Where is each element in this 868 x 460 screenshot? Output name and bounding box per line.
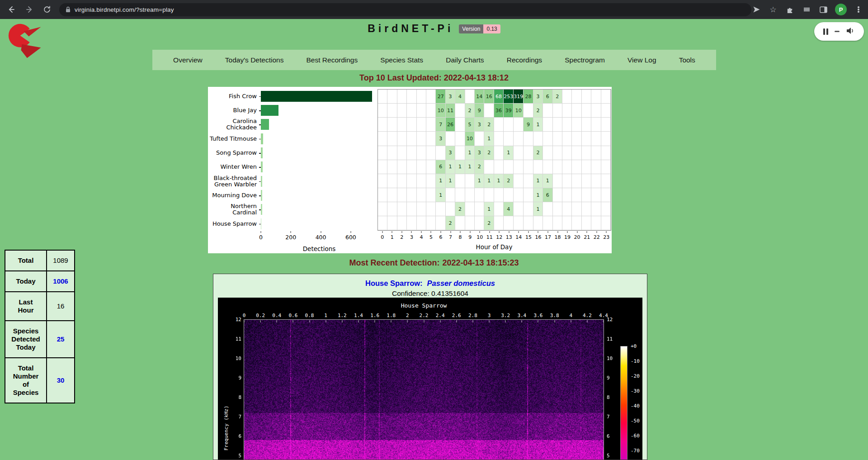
species-common-name-link[interactable]: House Sparrow: xyxy=(365,279,423,287)
heatmap-cell xyxy=(562,118,572,132)
stats-value-total-number-of-species[interactable]: 30 xyxy=(47,358,75,403)
stats-label-last-hour: Last Hour xyxy=(5,292,47,321)
heatmap-cell: 11 xyxy=(446,104,455,118)
heatmap-cell xyxy=(475,188,484,202)
nav-item-species-stats[interactable]: Species Stats xyxy=(378,56,425,64)
tick-mark xyxy=(499,231,500,233)
heatmap-cell xyxy=(387,160,397,174)
hour-tick-label: 8 xyxy=(459,234,462,240)
reading-list-icon[interactable] xyxy=(802,5,811,14)
hour-tick-label: 22 xyxy=(594,234,600,240)
heatmap-cell: 2 xyxy=(553,90,562,104)
browser-menu-kebab-icon[interactable] xyxy=(854,5,863,14)
nav-item-recordings[interactable]: Recordings xyxy=(505,56,544,64)
extensions-puzzle-icon[interactable] xyxy=(785,5,795,14)
heatmap-cell: 4 xyxy=(504,202,514,216)
nav-item-view-log[interactable]: View Log xyxy=(626,56,658,64)
species-scientific-name-link[interactable]: Passer domesticus xyxy=(427,279,495,287)
heatmap-cell: 1 xyxy=(533,188,543,202)
hour-tick-label: 11 xyxy=(486,234,493,240)
nav-item-best-recordings[interactable]: Best Recordings xyxy=(305,56,360,64)
detection-bar-fish-crow xyxy=(261,91,372,102)
heatmap-cell xyxy=(426,216,436,230)
browser-forward-icon[interactable] xyxy=(23,3,36,16)
heatmap-cell xyxy=(524,202,533,216)
heatmap-cell xyxy=(562,146,572,160)
spectrogram-x-tick: 1.8 xyxy=(387,313,396,318)
tick-mark xyxy=(606,231,607,233)
heatmap-cell xyxy=(397,188,407,202)
heatmap-cell xyxy=(562,160,572,174)
send-icon[interactable] xyxy=(751,5,761,14)
heatmap-cell: 5 xyxy=(465,118,475,132)
nav-item-overview[interactable]: Overview xyxy=(171,56,204,64)
spectrogram-y-tick: 8 xyxy=(607,394,618,400)
row-label-blue-jay: Blue Jay xyxy=(208,103,258,117)
address-bar[interactable]: virginia.birdnetpi.com/?stream=play xyxy=(59,3,751,16)
nav-item-today-s-detections[interactable]: Today's Detections xyxy=(223,56,286,64)
nav-item-daily-charts[interactable]: Daily Charts xyxy=(444,56,486,64)
browser-back-icon[interactable] xyxy=(5,3,18,16)
heatmap-cell xyxy=(514,174,524,188)
tick-mark xyxy=(567,231,568,233)
heatmap-cell xyxy=(455,188,465,202)
pause-icon[interactable] xyxy=(823,28,829,35)
heatmap-cell xyxy=(417,90,426,104)
tick-mark xyxy=(480,231,480,233)
heatmap-cell xyxy=(387,188,397,202)
spectrogram-y-tick: 5 xyxy=(607,453,618,459)
heatmap-cell xyxy=(582,118,591,132)
hour-tick-label: 3 xyxy=(410,234,413,240)
recent-label: Most Recent Detection: xyxy=(349,258,439,267)
detections-axis-label: Detections xyxy=(303,245,336,252)
volume-icon[interactable] xyxy=(846,27,855,36)
hour-tick-label: 1 xyxy=(391,234,394,240)
browser-reload-icon[interactable] xyxy=(40,3,54,16)
stats-value-today[interactable]: 1006 xyxy=(47,271,75,292)
heatmap-cell xyxy=(455,104,465,118)
stats-value-species-detected-today[interactable]: 25 xyxy=(47,321,75,358)
hour-tick-label: 6 xyxy=(439,234,443,240)
heatmap-cell xyxy=(378,132,387,146)
heatmap-cell xyxy=(582,188,591,202)
tick-mark xyxy=(528,231,528,233)
hour-tick-label: 9 xyxy=(468,234,472,240)
tick-mark xyxy=(587,320,587,322)
seek-bar[interactable] xyxy=(835,31,840,32)
hour-tick-label: 12 xyxy=(496,234,502,240)
audio-player[interactable] xyxy=(814,22,864,41)
side-panel-icon[interactable] xyxy=(818,5,828,14)
heatmap-cell xyxy=(426,188,436,202)
nav-item-tools[interactable]: Tools xyxy=(677,56,697,64)
hour-tick-label: 20 xyxy=(574,234,580,240)
tick-mark xyxy=(489,231,490,233)
heatmap-cell xyxy=(591,104,601,118)
heatmap-cell xyxy=(572,216,581,230)
heatmap-cell: 10 xyxy=(465,132,475,146)
heatmap-cell xyxy=(407,104,416,118)
spectrogram-y-tick: 11 xyxy=(607,336,618,342)
heatmap-cell xyxy=(446,132,455,146)
colorbar-tick: -20 xyxy=(631,373,640,379)
confidence-text: Confidence: 0.41351604 xyxy=(213,289,647,298)
stats-row: Total Number of Species30 xyxy=(5,358,75,403)
profile-avatar[interactable]: P xyxy=(835,4,847,15)
heatmap-cell xyxy=(378,146,387,160)
heatmap-cell xyxy=(455,174,465,188)
hour-tick-label: 2 xyxy=(400,234,403,240)
colorbar-tick: -50 xyxy=(631,418,640,424)
heatmap-cell xyxy=(601,146,611,160)
heatmap-cell xyxy=(407,188,416,202)
heatmap-cell xyxy=(387,104,397,118)
heatmap-cell xyxy=(572,174,581,188)
heatmap-cell xyxy=(543,118,552,132)
heatmap-cell xyxy=(524,160,533,174)
heatmap-cell: 4 xyxy=(455,90,465,104)
heatmap-cell xyxy=(591,174,601,188)
nav-item-spectrogram[interactable]: Spectrogram xyxy=(563,56,607,64)
tick-mark xyxy=(293,320,293,322)
bookmark-star-icon[interactable]: ☆ xyxy=(768,5,778,14)
heatmap-cell xyxy=(397,160,407,174)
heatmap-cell xyxy=(514,132,524,146)
hour-tick-label: 23 xyxy=(603,234,609,240)
